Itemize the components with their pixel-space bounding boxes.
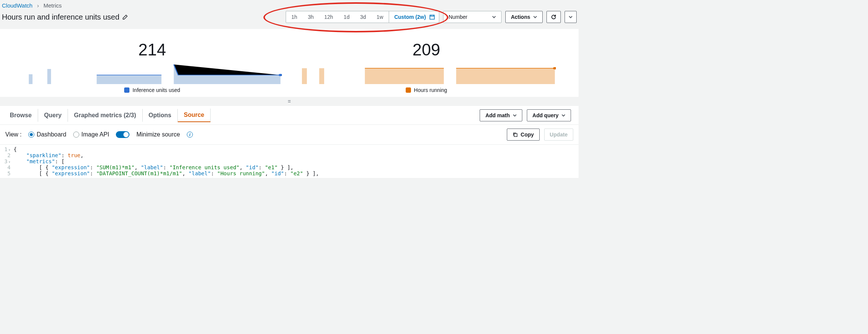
tab-query[interactable]: Query bbox=[38, 109, 68, 122]
actions-button[interactable]: Actions bbox=[505, 11, 543, 23]
add-math-button[interactable]: Add math bbox=[480, 109, 522, 121]
visualization-select[interactable]: Number bbox=[443, 11, 502, 23]
calendar-icon bbox=[429, 14, 435, 20]
resize-handle-icon[interactable]: = bbox=[0, 97, 579, 106]
breadcrumb-sep-icon: › bbox=[37, 2, 39, 9]
page-title: Hours run and inference units used bbox=[2, 13, 119, 21]
time-range-custom[interactable]: Custom (2w) bbox=[389, 11, 439, 23]
svg-rect-4 bbox=[302, 68, 307, 84]
time-range-1d[interactable]: 1d bbox=[339, 11, 355, 23]
breadcrumb-root[interactable]: CloudWatch bbox=[2, 2, 32, 9]
time-range-1h[interactable]: 1h bbox=[286, 11, 303, 23]
time-range-1w[interactable]: 1w bbox=[371, 11, 389, 23]
minimize-label: Minimize source bbox=[136, 131, 180, 138]
page-header: Hours run and inference units used 1h 3h… bbox=[0, 9, 579, 29]
minimize-toggle[interactable] bbox=[116, 131, 129, 138]
time-range-12h[interactable]: 12h bbox=[319, 11, 338, 23]
legend-label: Hours running bbox=[414, 87, 447, 93]
breadcrumb: CloudWatch › Metrics bbox=[0, 0, 579, 9]
tabs: Browse Query Graphed metrics (2/3) Optio… bbox=[0, 106, 579, 124]
legend-swatch bbox=[124, 87, 129, 93]
chart-value: 214 bbox=[139, 40, 166, 59]
chevron-down-icon bbox=[569, 15, 573, 19]
chart-inference-units: 214 Inference units used bbox=[23, 40, 282, 93]
svg-rect-2 bbox=[47, 69, 51, 84]
chevron-down-icon bbox=[513, 113, 517, 117]
chart-value: 209 bbox=[412, 40, 440, 59]
time-range-3d[interactable]: 3d bbox=[355, 11, 371, 23]
view-label: View : bbox=[5, 131, 22, 138]
copy-icon bbox=[512, 132, 518, 137]
chevron-down-icon bbox=[533, 15, 537, 19]
radio-icon bbox=[28, 132, 34, 138]
chart-panel: 214 Inference units used 209 bbox=[0, 29, 579, 97]
refresh-menu-button[interactable] bbox=[565, 11, 577, 23]
chart-hours-running: 209 Hours running bbox=[297, 40, 556, 93]
breadcrumb-current: Metrics bbox=[43, 2, 62, 9]
info-icon[interactable]: i bbox=[187, 132, 193, 138]
tab-browse[interactable]: Browse bbox=[4, 109, 38, 122]
sparkline bbox=[297, 61, 556, 84]
radio-dashboard[interactable]: Dashboard bbox=[28, 131, 66, 138]
svg-rect-0 bbox=[430, 15, 434, 19]
edit-icon[interactable] bbox=[122, 14, 128, 20]
time-range-picker: 1h 3h 12h 1d 3d 1w Custom (2w) bbox=[286, 11, 439, 23]
radio-icon bbox=[73, 132, 79, 138]
svg-rect-5 bbox=[319, 68, 324, 84]
chevron-down-icon bbox=[492, 15, 496, 19]
time-range-3h[interactable]: 3h bbox=[303, 11, 319, 23]
refresh-icon bbox=[551, 14, 557, 20]
radio-image-api[interactable]: Image API bbox=[73, 131, 109, 138]
svg-rect-1 bbox=[29, 74, 32, 84]
refresh-button[interactable] bbox=[546, 11, 561, 23]
legend-swatch bbox=[406, 87, 411, 93]
tab-source[interactable]: Source bbox=[178, 109, 211, 122]
update-button[interactable]: Update bbox=[544, 129, 573, 141]
svg-rect-7 bbox=[514, 133, 517, 136]
tab-graphed-metrics[interactable]: Graphed metrics (2/3) bbox=[68, 109, 143, 122]
add-query-button[interactable]: Add query bbox=[527, 109, 571, 121]
tab-options[interactable]: Options bbox=[143, 109, 178, 122]
source-controls: View : Dashboard Image API Minimize sour… bbox=[0, 124, 579, 144]
source-editor[interactable]: 1▾{ 2 "sparkline": true, 3▾ "metrics": [… bbox=[0, 144, 579, 178]
sparkline bbox=[23, 61, 282, 84]
legend-label: Inference units used bbox=[132, 87, 180, 93]
chevron-down-icon bbox=[562, 113, 565, 117]
copy-button[interactable]: Copy bbox=[507, 129, 540, 141]
